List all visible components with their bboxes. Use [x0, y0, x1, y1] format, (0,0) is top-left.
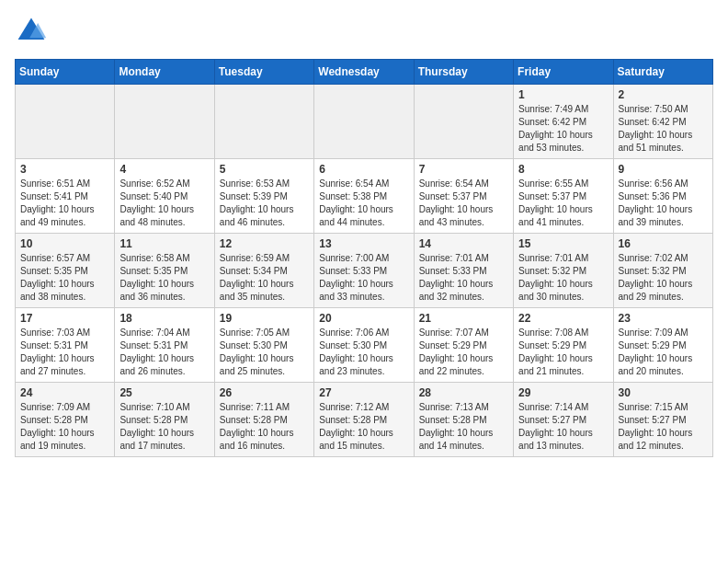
calendar-cell: 16Sunrise: 7:02 AMSunset: 5:32 PMDayligh… — [613, 234, 712, 308]
calendar-week-row: 1Sunrise: 7:49 AMSunset: 6:42 PMDaylight… — [16, 85, 713, 159]
day-info: Sunrise: 7:02 AMSunset: 5:32 PMDaylight:… — [619, 252, 708, 304]
day-number: 21 — [419, 312, 508, 325]
calendar-week-row: 24Sunrise: 7:09 AMSunset: 5:28 PMDayligh… — [16, 383, 713, 457]
day-info: Sunrise: 7:09 AMSunset: 5:29 PMDaylight:… — [619, 327, 708, 378]
day-info: Sunrise: 6:56 AMSunset: 5:36 PMDaylight:… — [619, 178, 708, 229]
day-number: 11 — [119, 237, 209, 250]
calendar-cell: 7Sunrise: 6:54 AMSunset: 5:37 PMDaylight… — [414, 159, 513, 234]
calendar-cell: 6Sunrise: 6:54 AMSunset: 5:38 PMDaylight… — [314, 159, 414, 234]
calendar-cell: 2Sunrise: 7:50 AMSunset: 6:42 PMDaylight… — [613, 85, 712, 159]
day-number: 20 — [319, 312, 408, 325]
calendar-cell: 5Sunrise: 6:53 AMSunset: 5:39 PMDaylight… — [214, 159, 313, 234]
day-info: Sunrise: 6:51 AMSunset: 5:41 PMDaylight:… — [20, 178, 109, 229]
weekday-header-thursday: Thursday — [414, 60, 513, 85]
calendar-cell: 14Sunrise: 7:01 AMSunset: 5:33 PMDayligh… — [414, 234, 513, 308]
day-number: 14 — [419, 237, 508, 250]
day-info: Sunrise: 7:01 AMSunset: 5:32 PMDaylight:… — [518, 252, 608, 304]
calendar-cell: 30Sunrise: 7:15 AMSunset: 5:27 PMDayligh… — [613, 383, 712, 457]
calendar-cell: 17Sunrise: 7:03 AMSunset: 5:31 PMDayligh… — [16, 308, 115, 383]
day-info: Sunrise: 7:49 AMSunset: 6:42 PMDaylight:… — [518, 103, 608, 155]
day-number: 3 — [20, 163, 109, 176]
calendar-cell: 8Sunrise: 6:55 AMSunset: 5:37 PMDaylight… — [514, 159, 613, 234]
calendar-cell: 29Sunrise: 7:14 AMSunset: 5:27 PMDayligh… — [514, 383, 613, 457]
calendar-cell: 9Sunrise: 6:56 AMSunset: 5:36 PMDaylight… — [613, 159, 712, 234]
weekday-header-monday: Monday — [115, 60, 214, 85]
day-number: 2 — [619, 88, 708, 101]
calendar-cell — [16, 85, 115, 159]
day-number: 24 — [20, 386, 109, 399]
calendar-cell: 13Sunrise: 7:00 AMSunset: 5:33 PMDayligh… — [314, 234, 414, 308]
day-number: 22 — [518, 312, 608, 325]
calendar-cell: 23Sunrise: 7:09 AMSunset: 5:29 PMDayligh… — [613, 308, 712, 383]
day-info: Sunrise: 7:07 AMSunset: 5:29 PMDaylight:… — [419, 327, 508, 378]
day-number: 25 — [119, 386, 209, 399]
day-number: 15 — [518, 237, 608, 250]
calendar-table: SundayMondayTuesdayWednesdayThursdayFrid… — [15, 59, 713, 457]
day-info: Sunrise: 7:13 AMSunset: 5:28 PMDaylight:… — [419, 401, 508, 453]
weekday-header-friday: Friday — [514, 60, 613, 85]
page-header — [15, 15, 713, 48]
day-info: Sunrise: 7:11 AMSunset: 5:28 PMDaylight:… — [220, 401, 309, 453]
weekday-header-row: SundayMondayTuesdayWednesdayThursdayFrid… — [16, 60, 713, 85]
day-info: Sunrise: 7:04 AMSunset: 5:31 PMDaylight:… — [119, 327, 209, 378]
day-number: 29 — [518, 386, 608, 399]
day-number: 5 — [220, 163, 309, 176]
day-number: 28 — [419, 386, 508, 399]
calendar-cell: 22Sunrise: 7:08 AMSunset: 5:29 PMDayligh… — [514, 308, 613, 383]
day-info: Sunrise: 6:59 AMSunset: 5:34 PMDaylight:… — [220, 252, 309, 304]
day-info: Sunrise: 6:53 AMSunset: 5:39 PMDaylight:… — [220, 178, 309, 229]
logo — [15, 15, 51, 48]
day-number: 7 — [419, 163, 508, 176]
weekday-header-tuesday: Tuesday — [214, 60, 313, 85]
day-info: Sunrise: 7:50 AMSunset: 6:42 PMDaylight:… — [619, 103, 708, 155]
day-info: Sunrise: 6:54 AMSunset: 5:38 PMDaylight:… — [319, 178, 408, 229]
day-info: Sunrise: 7:15 AMSunset: 5:27 PMDaylight:… — [619, 401, 708, 453]
day-number: 17 — [20, 312, 109, 325]
day-info: Sunrise: 6:54 AMSunset: 5:37 PMDaylight:… — [419, 178, 508, 229]
day-number: 27 — [319, 386, 408, 399]
day-info: Sunrise: 6:55 AMSunset: 5:37 PMDaylight:… — [518, 178, 608, 229]
calendar-cell — [314, 85, 414, 159]
calendar-cell: 24Sunrise: 7:09 AMSunset: 5:28 PMDayligh… — [16, 383, 115, 457]
calendar-cell: 26Sunrise: 7:11 AMSunset: 5:28 PMDayligh… — [214, 383, 313, 457]
day-number: 13 — [319, 237, 408, 250]
calendar-cell: 3Sunrise: 6:51 AMSunset: 5:41 PMDaylight… — [16, 159, 115, 234]
day-info: Sunrise: 6:57 AMSunset: 5:35 PMDaylight:… — [20, 252, 109, 304]
day-number: 9 — [619, 163, 708, 176]
day-number: 19 — [220, 312, 309, 325]
day-number: 4 — [119, 163, 209, 176]
day-info: Sunrise: 6:52 AMSunset: 5:40 PMDaylight:… — [119, 178, 209, 229]
calendar-cell — [414, 85, 513, 159]
calendar-cell: 18Sunrise: 7:04 AMSunset: 5:31 PMDayligh… — [115, 308, 214, 383]
day-number: 1 — [518, 88, 608, 101]
calendar-week-row: 17Sunrise: 7:03 AMSunset: 5:31 PMDayligh… — [16, 308, 713, 383]
calendar-cell — [115, 85, 214, 159]
day-info: Sunrise: 7:01 AMSunset: 5:33 PMDaylight:… — [419, 252, 508, 304]
day-number: 10 — [20, 237, 109, 250]
day-info: Sunrise: 7:08 AMSunset: 5:29 PMDaylight:… — [518, 327, 608, 378]
day-info: Sunrise: 7:03 AMSunset: 5:31 PMDaylight:… — [20, 327, 109, 378]
calendar-cell: 15Sunrise: 7:01 AMSunset: 5:32 PMDayligh… — [514, 234, 613, 308]
calendar-cell: 27Sunrise: 7:12 AMSunset: 5:28 PMDayligh… — [314, 383, 414, 457]
day-number: 6 — [319, 163, 408, 176]
day-info: Sunrise: 7:05 AMSunset: 5:30 PMDaylight:… — [220, 327, 309, 378]
weekday-header-sunday: Sunday — [16, 60, 115, 85]
day-info: Sunrise: 7:00 AMSunset: 5:33 PMDaylight:… — [319, 252, 408, 304]
calendar-cell: 1Sunrise: 7:49 AMSunset: 6:42 PMDaylight… — [514, 85, 613, 159]
weekday-header-wednesday: Wednesday — [314, 60, 414, 85]
calendar-cell: 25Sunrise: 7:10 AMSunset: 5:28 PMDayligh… — [115, 383, 214, 457]
day-number: 8 — [518, 163, 608, 176]
day-number: 16 — [619, 237, 708, 250]
calendar-cell: 28Sunrise: 7:13 AMSunset: 5:28 PMDayligh… — [414, 383, 513, 457]
calendar-cell: 10Sunrise: 6:57 AMSunset: 5:35 PMDayligh… — [16, 234, 115, 308]
calendar-cell — [214, 85, 313, 159]
calendar-cell: 4Sunrise: 6:52 AMSunset: 5:40 PMDaylight… — [115, 159, 214, 234]
calendar-cell: 21Sunrise: 7:07 AMSunset: 5:29 PMDayligh… — [414, 308, 513, 383]
calendar-week-row: 3Sunrise: 6:51 AMSunset: 5:41 PMDaylight… — [16, 159, 713, 234]
day-number: 26 — [220, 386, 309, 399]
day-number: 23 — [619, 312, 708, 325]
day-info: Sunrise: 7:10 AMSunset: 5:28 PMDaylight:… — [119, 401, 209, 453]
calendar-week-row: 10Sunrise: 6:57 AMSunset: 5:35 PMDayligh… — [16, 234, 713, 308]
calendar-cell: 11Sunrise: 6:58 AMSunset: 5:35 PMDayligh… — [115, 234, 214, 308]
day-info: Sunrise: 7:06 AMSunset: 5:30 PMDaylight:… — [319, 327, 408, 378]
